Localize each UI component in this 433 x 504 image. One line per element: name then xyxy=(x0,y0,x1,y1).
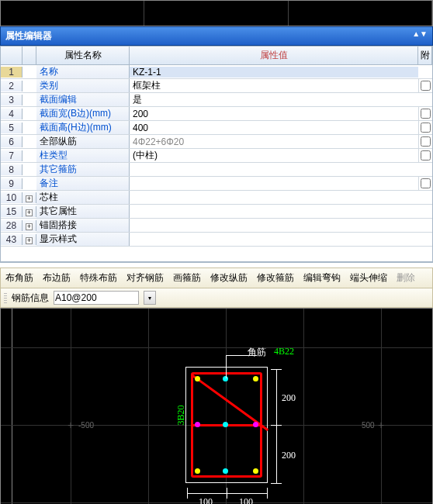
tool-edit-long-rebar[interactable]: 修改纵筋 xyxy=(209,271,249,285)
rebar-side[interactable] xyxy=(223,468,228,474)
property-name: 芯柱 xyxy=(36,191,130,204)
extra-check[interactable] xyxy=(418,135,432,149)
expand-icon[interactable]: + xyxy=(26,237,33,244)
expand-cell[interactable]: + xyxy=(23,206,36,217)
header-extra: 附 xyxy=(418,47,432,64)
axis-label-neg: -500 xyxy=(78,421,94,430)
expand-icon[interactable]: + xyxy=(26,195,33,202)
tool-end-extend[interactable]: 端头伸缩 xyxy=(348,271,389,285)
rebar-corner[interactable] xyxy=(195,376,200,381)
tool-corner-rebar[interactable]: 布角筋 xyxy=(4,271,35,285)
rebar-corner[interactable] xyxy=(195,468,200,474)
row-number: 3 xyxy=(1,95,23,105)
leader-line xyxy=(226,355,227,378)
property-row[interactable]: 15+其它属性 xyxy=(1,205,432,219)
rebar-side[interactable] xyxy=(253,422,258,427)
dim-h1: 100 xyxy=(199,496,213,504)
tool-align-rebar[interactable]: 对齐钢筋 xyxy=(125,271,165,285)
axis-cross-icon: + xyxy=(68,419,74,431)
property-row[interactable]: 1名称KZ-1-1 xyxy=(1,65,432,79)
extra-checkbox[interactable] xyxy=(421,81,431,91)
panel-collapse-icon[interactable]: ▲▼ xyxy=(412,29,428,43)
extra-check[interactable] xyxy=(418,79,432,93)
row-number: 2 xyxy=(1,81,23,91)
property-row[interactable]: 2类别框架柱 xyxy=(1,79,432,93)
property-row[interactable]: 6全部纵筋4Φ22+6Φ20 xyxy=(1,135,432,149)
property-value[interactable]: (中柱) xyxy=(130,149,418,162)
row-number: 5 xyxy=(1,123,23,133)
property-value[interactable]: KZ-1-1 xyxy=(130,67,418,78)
property-row[interactable]: 10+芯柱 xyxy=(1,191,432,205)
property-value[interactable]: 4Φ22+6Φ20 xyxy=(130,136,418,147)
extra-checkbox[interactable] xyxy=(421,178,431,188)
tool-edit-hook[interactable]: 编辑弯钩 xyxy=(302,271,342,285)
grid-blank xyxy=(1,247,432,262)
extra-check[interactable] xyxy=(418,107,432,121)
extra-checkbox[interactable] xyxy=(421,123,431,133)
property-value[interactable]: 200 xyxy=(130,109,418,119)
panel-title: 属性编辑器 xyxy=(5,29,52,43)
row-number: 15 xyxy=(1,206,23,217)
row-number: 1 xyxy=(1,67,23,78)
property-row[interactable]: 8其它箍筋 xyxy=(1,163,432,177)
extra-checkbox[interactable] xyxy=(421,109,431,119)
row-number: 7 xyxy=(1,150,23,161)
property-row[interactable]: 3截面编辑是 xyxy=(1,93,432,107)
property-value[interactable]: 400 xyxy=(130,123,418,133)
tool-edge-rebar[interactable]: 布边筋 xyxy=(41,271,72,285)
panel-titlebar: 属性编辑器 ▲▼ xyxy=(0,26,433,46)
property-row[interactable]: 9备注 xyxy=(1,177,432,191)
property-name: 柱类型 xyxy=(36,149,130,162)
expand-icon[interactable]: + xyxy=(26,209,33,216)
cad-viewport[interactable]: + + -500 500 角筋 4B22 3B20 200 200 100 10… xyxy=(0,308,433,504)
row-number: 10 xyxy=(1,192,23,203)
rebar-side[interactable] xyxy=(195,422,200,427)
property-row[interactable]: 28+锚固搭接 xyxy=(1,219,432,233)
header-name: 属性名称 xyxy=(36,47,130,64)
expand-cell[interactable]: + xyxy=(23,220,36,231)
column-section[interactable] xyxy=(185,367,268,483)
property-name: 锚固搭接 xyxy=(36,219,130,232)
property-name: 截面高(H边)(mm) xyxy=(36,121,130,134)
property-row[interactable]: 4截面宽(B边)(mm)200 xyxy=(1,107,432,121)
extra-checkbox[interactable] xyxy=(421,150,431,161)
corner-rebar-spec: 4B22 xyxy=(274,346,294,357)
rebar-info-input[interactable] xyxy=(54,291,139,305)
dim-h2: 100 xyxy=(239,496,253,504)
extra-check[interactable] xyxy=(418,121,432,135)
row-number: 4 xyxy=(1,109,23,119)
tool-edit-stirrup[interactable]: 修改箍筋 xyxy=(255,271,296,285)
property-row[interactable]: 43+显示样式 xyxy=(1,233,432,247)
extra-check[interactable] xyxy=(418,149,432,163)
rebar-toolbar: 布角筋 布边筋 特殊布筋 对齐钢筋 画箍筋 修改纵筋 修改箍筋 编辑弯钩 端头伸… xyxy=(0,268,433,288)
corner-rebar-label: 角筋 xyxy=(248,346,266,359)
tool-special-rebar[interactable]: 特殊布筋 xyxy=(78,271,119,285)
extra-check[interactable] xyxy=(418,177,432,191)
axis-label-pos: 500 xyxy=(362,421,375,430)
top-preview-strip xyxy=(0,0,433,26)
property-name: 其它箍筋 xyxy=(36,163,130,176)
expand-icon[interactable]: + xyxy=(26,223,33,230)
rebar-corner[interactable] xyxy=(253,468,258,474)
rebar-side[interactable] xyxy=(223,422,228,427)
property-value[interactable]: 框架柱 xyxy=(130,79,418,92)
rebar-info-dropdown[interactable]: ▾ xyxy=(144,291,156,305)
row-number: 6 xyxy=(1,136,23,147)
dim-line-v xyxy=(276,369,277,484)
property-row[interactable]: 5截面高(H边)(mm)400 xyxy=(1,121,432,135)
expand-cell[interactable]: + xyxy=(23,192,36,203)
tool-delete: 删除 xyxy=(395,271,417,285)
extra-checkbox[interactable] xyxy=(421,136,431,147)
tool-draw-stirrup[interactable]: 画箍筋 xyxy=(171,271,203,285)
row-number: 8 xyxy=(1,164,23,175)
expand-cell[interactable]: + xyxy=(23,234,36,245)
property-value[interactable]: 是 xyxy=(130,93,418,106)
rebar-corner[interactable] xyxy=(253,376,258,381)
property-name: 名称 xyxy=(36,65,130,78)
dim-v2: 200 xyxy=(282,450,296,461)
property-row[interactable]: 7柱类型(中柱) xyxy=(1,149,432,163)
side-rebar-spec: 3B20 xyxy=(175,405,187,425)
dim-v1: 200 xyxy=(282,392,296,404)
rebar-info-label: 钢筋信息 xyxy=(12,292,49,305)
property-name: 类别 xyxy=(36,79,130,92)
